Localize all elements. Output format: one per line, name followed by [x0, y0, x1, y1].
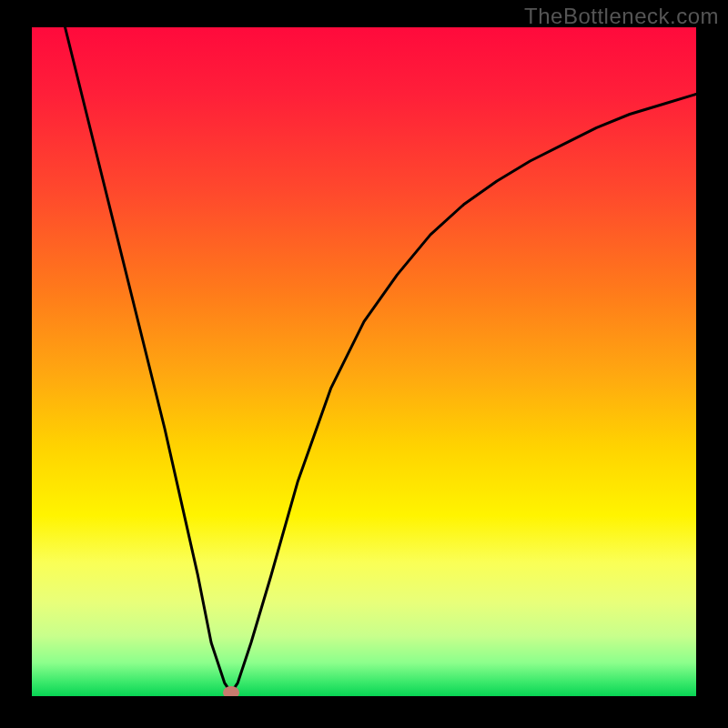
watermark-text: TheBottleneck.com [524, 4, 719, 29]
bottleneck-curve [32, 27, 696, 696]
marker-dot [223, 686, 239, 696]
plot-area [32, 27, 696, 696]
chart-frame: TheBottleneck.com [0, 0, 728, 728]
